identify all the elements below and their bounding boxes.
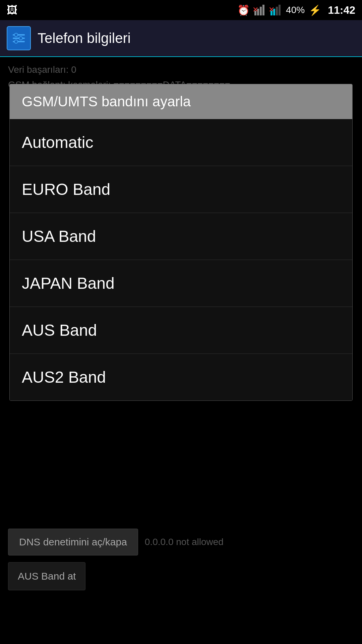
- band-dropdown: GSM/UMTS bandını ayarla Automatic EURO B…: [9, 84, 353, 401]
- time-display: 11:42: [328, 4, 355, 16]
- band-option-usa[interactable]: USA Band: [10, 213, 352, 260]
- dns-toggle-button[interactable]: DNS denetimini aç/kapa: [8, 529, 138, 555]
- dropdown-title: GSM/UMTS bandını ayarla: [22, 94, 191, 109]
- signal-indicator-1: ✕: [254, 4, 266, 16]
- dropdown-header: GSM/UMTS bandını ayarla: [10, 84, 352, 119]
- alarm-icon: ⏰: [237, 4, 250, 16]
- band-option-usa-label: USA Band: [22, 227, 96, 245]
- svg-rect-7: [279, 5, 281, 15]
- svg-rect-3: [262, 5, 264, 15]
- gallery-icon: 🖼: [7, 4, 17, 16]
- signal-indicator-2: ✕: [270, 4, 282, 16]
- dropdown-body: Automatic EURO Band USA Band JAPAN Band …: [10, 119, 352, 400]
- dns-button-label: DNS denetimini aç/kapa: [19, 536, 127, 547]
- aus-band-at-button[interactable]: AUS Band at: [8, 562, 85, 590]
- band-option-aus2-label: AUS2 Band: [22, 368, 106, 386]
- app-header: Telefon bilgileri: [0, 20, 362, 57]
- band-option-euro[interactable]: EURO Band: [10, 166, 352, 213]
- aus-band-at-label: AUS Band at: [18, 571, 76, 582]
- band-option-euro-label: EURO Band: [22, 180, 110, 198]
- svg-rect-2: [260, 7, 262, 15]
- band-option-aus2[interactable]: AUS2 Band: [10, 354, 352, 400]
- band-option-japan-label: JAPAN Band: [22, 274, 115, 292]
- band-option-japan[interactable]: JAPAN Band: [10, 260, 352, 307]
- bottom-area: DNS denetimini aç/kapa 0.0.0.0 not allow…: [8, 529, 354, 590]
- svg-point-10: [14, 33, 18, 37]
- band-option-aus-label: AUS Band: [22, 321, 97, 339]
- veri-label: Veri başarıları:: [8, 64, 69, 75]
- band-option-automatic[interactable]: Automatic: [10, 119, 352, 166]
- battery-icon: ⚡: [309, 4, 321, 16]
- dns-status-text: 0.0.0.0 not allowed: [145, 537, 224, 547]
- app-icon: [7, 26, 31, 50]
- svg-rect-6: [276, 7, 278, 15]
- status-bar: 🖼 ⏰ ✕ ✕ 40% ⚡ 11:42: [0, 0, 362, 20]
- battery-percent: 40%: [286, 5, 305, 15]
- veri-value: 0: [71, 64, 76, 75]
- band-option-aus[interactable]: AUS Band: [10, 307, 352, 354]
- band-option-automatic-label: Automatic: [22, 133, 93, 151]
- app-title: Telefon bilgileri: [38, 30, 131, 46]
- svg-point-12: [19, 37, 22, 40]
- svg-point-14: [14, 40, 18, 43]
